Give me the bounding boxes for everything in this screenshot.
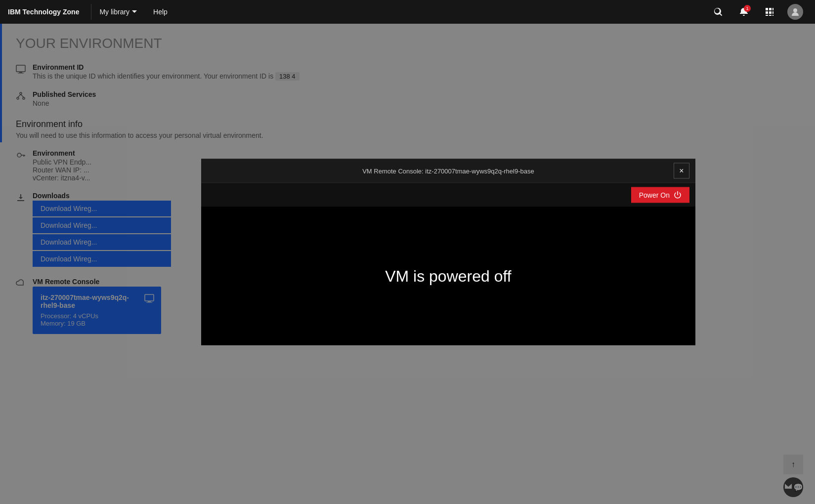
modal-title: VM Remote Console: itz-270007tmae-wyws9q… [223,167,674,174]
top-navigation: IBM Technology Zone My library Help 1 [0,0,815,24]
notifications-button[interactable]: 1 [732,0,756,24]
power-on-button[interactable]: Power On [631,187,689,203]
ibm-text: IBM [8,8,21,16]
svg-rect-5 [772,11,773,14]
svg-rect-4 [769,11,772,14]
grid-icon [765,7,774,17]
modal-header: VM Remote Console: itz-270007tmae-wyws9q… [201,159,695,183]
search-icon [713,7,723,17]
power-icon [674,191,682,199]
svg-rect-0 [766,8,768,10]
chevron-down-icon [131,9,137,15]
zone-text: Technology Zone [21,8,80,16]
apps-button[interactable] [758,0,781,24]
svg-rect-7 [769,15,772,16]
svg-rect-1 [769,8,772,10]
nav-actions: 1 [706,0,807,24]
nav-link-help[interactable]: Help [145,0,175,24]
modal-toolbar: Power On [201,183,695,207]
avatar [787,4,803,20]
nav-links: My library Help [91,0,706,24]
nav-link-my-library[interactable]: My library [91,0,145,24]
vm-screen: VM is powered off [201,207,695,345]
vm-powered-off-text: VM is powered off [385,267,512,285]
svg-point-9 [793,8,797,12]
svg-rect-3 [766,11,768,14]
svg-rect-8 [772,15,773,16]
modal-close-button[interactable]: × [674,163,689,179]
user-menu-button[interactable] [783,0,807,24]
search-button[interactable] [706,0,730,24]
svg-rect-6 [766,15,768,16]
notification-count: 1 [744,5,751,12]
svg-rect-2 [772,8,773,10]
vm-console-modal: VM Remote Console: itz-270007tmae-wyws9q… [201,159,695,345]
brand-logo[interactable]: IBM Technology Zone [8,8,91,16]
